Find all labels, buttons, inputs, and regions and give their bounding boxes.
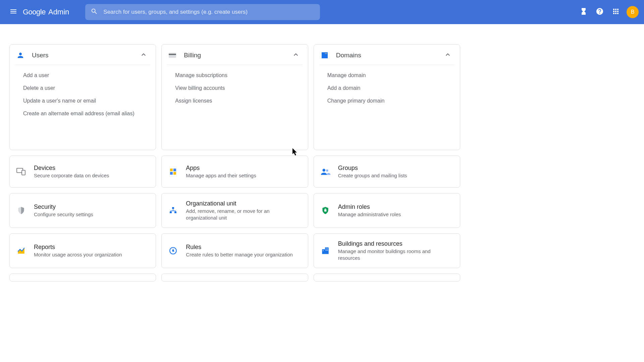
svg-rect-24 [326, 250, 326, 251]
shield-icon [16, 205, 26, 216]
svg-point-4 [325, 53, 326, 54]
product-logo[interactable]: Google Admin [23, 8, 69, 16]
apps-grid-icon [612, 7, 620, 17]
help-button[interactable] [592, 4, 608, 20]
search-box[interactable] [85, 4, 320, 20]
card-title: Devices [34, 165, 148, 172]
hourglass-icon [580, 7, 588, 17]
card-links: Manage subscriptionsView billing account… [162, 65, 308, 113]
svg-point-12 [326, 170, 328, 172]
card-security[interactable]: SecurityConfigure security settings [9, 193, 156, 228]
chevron-up-icon [444, 51, 452, 60]
card-title: Reports [34, 244, 148, 251]
card-link[interactable]: Update a user's name or email [10, 95, 156, 107]
card-body: DevicesSecure corporate data on devices [34, 165, 148, 179]
card-title: Groups [338, 165, 452, 172]
hourglass-button[interactable] [576, 4, 592, 20]
card-rules[interactable]: RulesCreate rules to better manage your … [161, 233, 308, 268]
svg-rect-21 [325, 247, 329, 254]
card-header-billing[interactable]: Billing [167, 45, 302, 65]
card-link[interactable]: Create an alternate email address (email… [10, 107, 156, 120]
search-input[interactable] [103, 9, 315, 15]
card-desc: Configure security settings [34, 211, 148, 218]
card-title: Apps [186, 165, 300, 172]
card-title: Users [32, 52, 140, 59]
card-partial[interactable] [314, 274, 460, 282]
card-link[interactable]: Manage domain [314, 69, 460, 82]
card-reports[interactable]: ReportsMonitor usage across your organiz… [9, 233, 156, 268]
reports-icon [16, 245, 26, 256]
svg-rect-1 [169, 54, 176, 55]
card-body: GroupsCreate groups and mailing lists [338, 165, 452, 179]
card-apps[interactable]: AppsManage apps and their settings [161, 156, 308, 188]
svg-rect-14 [170, 212, 172, 213]
card-groups[interactable]: GroupsCreate groups and mailing lists [314, 156, 460, 188]
card-title: Buildings and resources [338, 240, 452, 247]
card-link[interactable]: Assign licenses [162, 95, 308, 107]
card-desc: Create rules to better manage your organ… [186, 251, 300, 258]
search-icon [91, 8, 103, 16]
card-desc: Monitor usage across your organization [34, 251, 148, 258]
person-icon [16, 51, 25, 60]
credit-card-icon [168, 51, 177, 60]
hamburger-icon [9, 7, 17, 17]
card-link[interactable]: Change primary domain [314, 95, 460, 107]
svg-rect-15 [174, 212, 176, 213]
admin-roles-icon [320, 205, 331, 216]
card-body: ReportsMonitor usage across your organiz… [34, 244, 148, 258]
card-header-users[interactable]: Users [15, 45, 150, 65]
card-link[interactable]: Manage subscriptions [162, 69, 308, 82]
card-users: UsersAdd a userDelete a userUpdate a use… [9, 44, 156, 150]
card-title: Organizational unit [186, 200, 300, 207]
card-desc: Manage apps and their settings [186, 172, 300, 179]
card-title: Security [34, 203, 148, 210]
svg-rect-25 [327, 250, 328, 251]
card-domains: DomainsManage domainAdd a domainChange p… [314, 44, 460, 150]
logo-text-google: Google [23, 8, 46, 16]
card-link[interactable]: Add a domain [314, 82, 460, 95]
card-header-domains[interactable]: Domains [319, 45, 454, 65]
apps-launcher-button[interactable] [608, 4, 624, 20]
card-links: Manage domainAdd a domainChange primary … [314, 65, 460, 113]
chevron-up-icon [140, 51, 148, 60]
card-adminroles[interactable]: Admin rolesManage administrative roles [314, 193, 460, 228]
card-devices[interactable]: DevicesSecure corporate data on devices [9, 156, 156, 188]
card-desc: Create groups and mailing lists [338, 172, 452, 179]
svg-rect-6 [22, 170, 25, 175]
svg-point-11 [322, 169, 325, 172]
card-body: RulesCreate rules to better manage your … [186, 244, 300, 258]
card-partial[interactable] [161, 274, 308, 282]
svg-rect-22 [326, 249, 326, 249]
dashboard-grid: UsersAdd a userDelete a userUpdate a use… [0, 24, 470, 291]
devices-icon [16, 166, 26, 177]
buildings-icon [320, 245, 331, 256]
svg-point-19 [173, 250, 174, 251]
card-title: Billing [184, 52, 291, 59]
svg-rect-23 [327, 249, 328, 249]
card-title: Rules [186, 244, 300, 251]
card-body: AppsManage apps and their settings [186, 165, 300, 179]
avatar-letter: B [631, 9, 635, 15]
card-link[interactable]: Add a user [10, 69, 156, 82]
apps-icon [168, 166, 178, 177]
card-buildings[interactable]: Buildings and resourcesManage and monito… [314, 233, 460, 268]
account-avatar[interactable]: B [627, 6, 639, 18]
card-link[interactable]: Delete a user [10, 82, 156, 95]
card-orgunit[interactable]: Organizational unitAdd, remove, rename, … [161, 193, 308, 228]
svg-rect-10 [173, 172, 176, 175]
org-unit-icon [168, 205, 178, 216]
help-icon [596, 7, 604, 17]
card-title: Domains [336, 52, 444, 59]
card-desc: Manage administrative roles [338, 211, 452, 218]
chevron-up-icon [292, 51, 300, 60]
svg-rect-9 [170, 172, 173, 175]
card-title: Admin roles [338, 203, 452, 210]
svg-rect-0 [169, 53, 176, 58]
main-menu-button[interactable] [5, 4, 21, 20]
card-billing: BillingManage subscriptionsView billing … [161, 44, 308, 150]
card-link[interactable]: View billing accounts [162, 82, 308, 95]
card-partial[interactable] [9, 274, 156, 282]
svg-rect-20 [322, 249, 325, 254]
svg-rect-7 [170, 169, 173, 171]
card-links: Add a userDelete a userUpdate a user's n… [10, 65, 156, 125]
